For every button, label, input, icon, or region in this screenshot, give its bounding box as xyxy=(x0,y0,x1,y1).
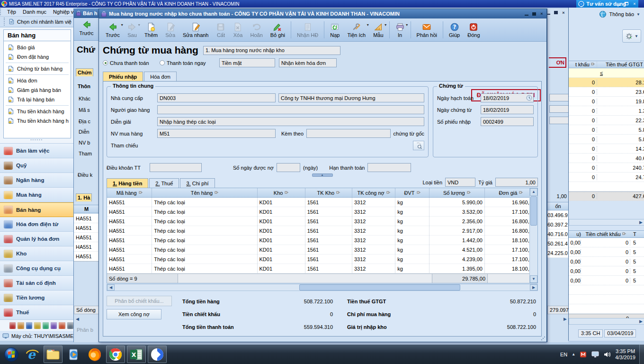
filter-row[interactable]: ≤ xyxy=(569,68,644,78)
toolbar-button-template[interactable]: Mẫu▼ xyxy=(369,18,387,41)
notification-area[interactable]: Thông báo ▼ xyxy=(569,8,644,20)
close-icon[interactable]: × xyxy=(539,11,545,17)
mini-shortcut-icon-8[interactable] xyxy=(67,322,73,329)
minimize-icon[interactable] xyxy=(616,1,621,6)
horizontal-scrollbar[interactable]: ◀ ▶ xyxy=(107,284,538,291)
scroll-right-icon[interactable]: ▶ xyxy=(564,317,567,321)
table-row[interactable]: 024.754 xyxy=(569,173,644,182)
table-row[interactable]: HA551Thép các loạiKD0115613312kg2.356,00… xyxy=(107,217,537,226)
toolbar-button-refresh[interactable]: Nạp xyxy=(326,18,343,41)
due-date-field[interactable] xyxy=(367,163,411,172)
pin-icon[interactable] xyxy=(386,190,390,196)
table-row[interactable]: HA551Thép các loạiKD0115613312kg4.521,00… xyxy=(107,245,537,255)
toolbar-button-invoice[interactable]: Nhận HĐ xyxy=(293,18,322,41)
menu-item-danh-mục[interactable]: Danh mục xyxy=(23,9,46,15)
scroll-up-icon[interactable]: ▲ xyxy=(530,188,537,196)
maximize-icon[interactable] xyxy=(531,11,537,17)
hidden-icons-icon[interactable]: ▲ xyxy=(572,352,575,356)
buyer-code-field[interactable]: M51 xyxy=(157,129,276,138)
table-row[interactable]: 0,0005 xyxy=(569,266,644,276)
taskbar-app-chrome[interactable] xyxy=(106,346,125,363)
restore-icon[interactable] xyxy=(624,1,629,6)
toolbar-button-help[interactable]: ?Giúp xyxy=(445,18,464,41)
show-desktop-button[interactable] xyxy=(639,345,644,364)
sidebar-item[interactable]: Trả lại hàng bán xyxy=(4,95,71,104)
column-header[interactable]: Tiền chiết khấu xyxy=(581,231,630,237)
column-header[interactable]: TK Kho xyxy=(305,188,352,197)
scrollbar-thumb[interactable] xyxy=(299,284,460,291)
table-row[interactable]: 023.678 xyxy=(569,87,644,97)
sidebar-module-assets[interactable]: Tài sản cố định xyxy=(0,276,73,291)
table-row[interactable]: 028.175 xyxy=(569,78,644,87)
horizontal-scrollbar[interactable]: ▶ xyxy=(569,219,644,226)
sidebar-item[interactable]: Thu tiền khách hàng xyxy=(4,107,71,116)
radio-unpaid[interactable]: Chưa thanh toán xyxy=(103,60,156,66)
tab-hoa-don[interactable]: Hóa đơn xyxy=(144,72,177,81)
description-field[interactable]: Nhập hàng thép các loại xyxy=(157,117,424,126)
settings-button[interactable]: ▼ xyxy=(622,29,641,43)
receipt-no-field[interactable]: 0002499 xyxy=(481,117,534,126)
posting-date-field[interactable]: 18/02/2019 xyxy=(481,93,534,102)
sidebar-resize-grip[interactable]: •••••• xyxy=(0,138,73,142)
tab-phieu-nhap[interactable]: Phiếu nhập xyxy=(103,72,143,81)
vertical-scrollbar[interactable]: ▲ ▼ xyxy=(529,188,537,283)
taskbar-clock[interactable]: 3:35 PM 4/3/2019 xyxy=(615,348,637,361)
sidebar-module-einvoice[interactable]: Hóa đơn điện tử xyxy=(0,217,73,232)
close-icon[interactable]: × xyxy=(561,10,566,15)
currency-field[interactable]: VND xyxy=(445,178,475,187)
toolbar-button-arrow-left[interactable]: Trước▼ xyxy=(102,18,124,41)
close-icon[interactable]: × xyxy=(632,1,637,6)
sidebar-module-bank[interactable]: Ngân hàng xyxy=(0,173,73,188)
sidebar-module-invoice-mgmt[interactable]: Quản lý hóa đơn xyxy=(0,232,73,246)
invoice-receive-combo[interactable]: Nhận kèm hóa đơn xyxy=(279,58,337,67)
toolbar-button-page-new[interactable]: Thêm xyxy=(141,18,161,41)
pin-icon[interactable] xyxy=(215,190,218,196)
deliverer-field[interactable] xyxy=(157,105,424,114)
column-header[interactable]: Kho xyxy=(258,188,305,197)
table-row[interactable]: 022.360 xyxy=(569,116,644,125)
taskbar-app-firefox[interactable] xyxy=(85,346,104,363)
misa-tray-icon[interactable] xyxy=(580,351,587,358)
table-row[interactable]: 0,0005 xyxy=(569,276,644,285)
supplier-name-field[interactable]: Công ty TNHH thương mại Dương Hưng xyxy=(278,93,424,102)
minimize-icon[interactable] xyxy=(547,10,551,15)
start-button[interactable] xyxy=(2,346,21,363)
reference-search-button[interactable] xyxy=(413,141,424,150)
table-row[interactable]: HA551Thép các loạiKD0115613312kg2.917,00… xyxy=(107,226,537,236)
clock-icon[interactable] xyxy=(526,95,532,101)
pin-icon[interactable] xyxy=(139,190,143,196)
view-debt-button[interactable]: Xem công nợ xyxy=(107,309,161,319)
dialog-titlebar[interactable]: Mua hàng trong nước nhập kho chưa thanh … xyxy=(99,9,546,18)
table-row[interactable]: 040.658 xyxy=(569,154,644,163)
column-header[interactable]: Tiền thuế GTGT xyxy=(597,62,644,67)
toolbar-button-page-delete[interactable]: Xóa xyxy=(229,18,246,41)
detail-tab[interactable]: 3. Chi phí xyxy=(180,178,215,188)
column-header[interactable]: TK công nợ xyxy=(352,188,395,197)
table-row[interactable]: HA551Thép các loạiKD0115613312kg4.239,00… xyxy=(107,255,537,264)
column-header[interactable]: Tên hàng xyxy=(152,188,257,197)
scroll-left-icon[interactable]: ◀ xyxy=(76,317,79,321)
sidebar-module-safe[interactable]: Quỹ xyxy=(0,158,73,173)
background-window-titlebar[interactable]: Bán h xyxy=(74,9,98,18)
mini-shortcut-icon-7[interactable] xyxy=(59,322,65,329)
table-row[interactable]: 0,0005 xyxy=(569,238,644,247)
sidebar-item[interactable]: Giảm giá hàng bán xyxy=(4,85,71,95)
scrollbar-thumb[interactable] xyxy=(530,196,537,226)
table-row[interactable]: 01.328 xyxy=(569,106,644,116)
table-row[interactable]: HA551Thép các loạiKD0115613312kg5.990,00… xyxy=(107,198,537,207)
taskbar-app-misa[interactable] xyxy=(148,346,167,363)
scroll-left-icon[interactable]: ◀ xyxy=(107,284,115,291)
toolbar-button-utilities[interactable]: Tiện ích▼ xyxy=(343,18,369,41)
sidebar-item[interactable]: Chứng từ bán hàng xyxy=(4,64,71,73)
taskbar-app-internet-explorer[interactable]: e xyxy=(23,346,42,363)
volume-icon[interactable] xyxy=(603,351,611,358)
rate-field[interactable]: 1,00 xyxy=(495,178,538,187)
toolbar-button-pen-cancel[interactable]: Bỏ ghi xyxy=(267,18,289,41)
sidebar-item[interactable]: Báo giá xyxy=(4,43,71,52)
scroll-down-icon[interactable]: ▼ xyxy=(530,275,537,283)
column-header[interactable]: Mã hàng xyxy=(107,188,152,197)
scroll-right-icon[interactable]: ▶ xyxy=(639,319,643,324)
sidebar-item[interactable]: Thu tiền khách hàng h xyxy=(4,116,71,126)
column-header[interactable]: T xyxy=(630,231,636,237)
menu-item-tệp[interactable]: Tệp xyxy=(7,9,16,15)
